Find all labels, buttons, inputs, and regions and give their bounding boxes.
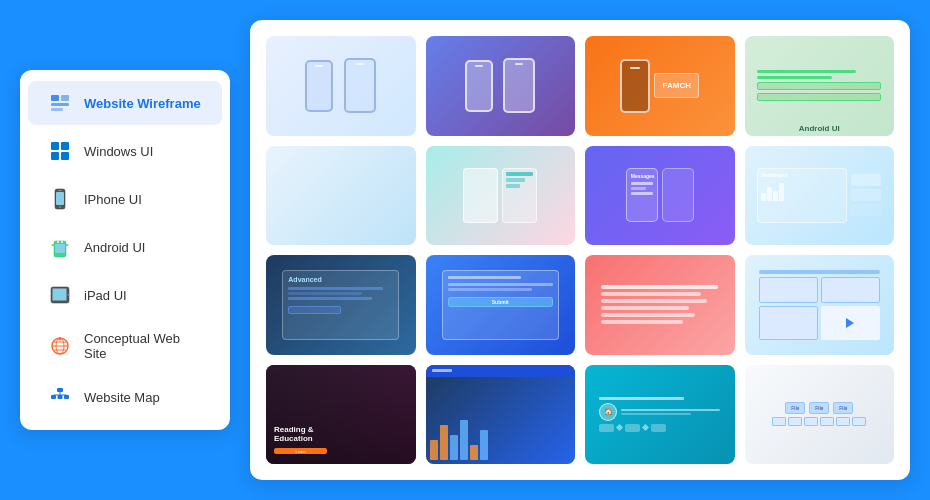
- grid-card-8[interactable]: Dashboard: [745, 146, 895, 246]
- sidebar-item-windows-ui[interactable]: Windows UI: [28, 129, 222, 173]
- svg-point-26: [59, 338, 62, 341]
- grid-card-5[interactable]: [266, 146, 416, 246]
- grid-card-3[interactable]: FAMCH: [585, 36, 735, 136]
- iphone-icon: [48, 187, 72, 211]
- sidebar-item-iphone-ui[interactable]: IPhone UI: [28, 177, 222, 221]
- sidebar-item-android-ui[interactable]: Android UI: [28, 225, 222, 269]
- sidebar: Website Wireframe Windows UI IPhone UI: [20, 70, 230, 430]
- sidebar-item-label: Windows UI: [84, 144, 153, 159]
- svg-rect-5: [61, 142, 69, 150]
- wireframe-icon: [48, 91, 72, 115]
- web-icon: [48, 334, 72, 358]
- svg-point-10: [59, 206, 61, 208]
- grid-card-12[interactable]: [745, 255, 895, 355]
- svg-rect-2: [51, 103, 69, 106]
- svg-rect-19: [53, 289, 67, 301]
- svg-point-14: [57, 241, 59, 243]
- grid-card-1[interactable]: [266, 36, 416, 136]
- sidebar-item-label: Conceptual Web Site: [84, 331, 202, 361]
- svg-rect-1: [61, 95, 69, 101]
- android-icon: [48, 235, 72, 259]
- grid-card-13[interactable]: Reading &Education Learn: [266, 365, 416, 465]
- svg-rect-3: [51, 108, 63, 111]
- svg-rect-0: [51, 95, 59, 101]
- svg-point-15: [61, 241, 63, 243]
- main-content: FAMCH Android UI: [250, 20, 910, 480]
- grid-card-14[interactable]: [426, 365, 576, 465]
- template-grid: FAMCH Android UI: [266, 36, 894, 464]
- windows-icon: [48, 139, 72, 163]
- sidebar-item-label: Android UI: [84, 240, 145, 255]
- sidebar-item-website-map[interactable]: Website Map: [28, 375, 222, 419]
- sidebar-item-label: Website Wireframe: [84, 96, 201, 111]
- svg-rect-13: [55, 244, 65, 253]
- svg-point-20: [68, 294, 70, 296]
- grid-card-16[interactable]: File File File: [745, 365, 895, 465]
- sidebar-item-label: Website Map: [84, 390, 160, 405]
- grid-card-2[interactable]: [426, 36, 576, 136]
- grid-card-15[interactable]: 🏠: [585, 365, 735, 465]
- card-4-label: Android UI: [745, 124, 895, 133]
- svg-rect-28: [51, 395, 56, 399]
- svg-rect-7: [61, 152, 69, 160]
- sitemap-icon: [48, 385, 72, 409]
- sidebar-item-ipad-ui[interactable]: iPad UI: [28, 273, 222, 317]
- svg-rect-30: [64, 395, 69, 399]
- svg-rect-29: [58, 395, 63, 399]
- sidebar-item-label: IPhone UI: [84, 192, 142, 207]
- ipad-icon: [48, 283, 72, 307]
- svg-rect-6: [51, 152, 59, 160]
- grid-card-7[interactable]: Messages: [585, 146, 735, 246]
- grid-card-11[interactable]: [585, 255, 735, 355]
- svg-rect-11: [58, 190, 62, 191]
- card-9-label: Advanced: [288, 276, 393, 283]
- sidebar-item-website-wireframe[interactable]: Website Wireframe: [28, 81, 222, 125]
- sidebar-item-conceptual-web[interactable]: Conceptual Web Site: [28, 321, 222, 371]
- sidebar-item-label: iPad UI: [84, 288, 127, 303]
- grid-card-4[interactable]: Android UI: [745, 36, 895, 136]
- grid-card-9[interactable]: Advanced: [266, 255, 416, 355]
- grid-card-6[interactable]: [426, 146, 576, 246]
- svg-rect-9: [56, 192, 64, 205]
- svg-rect-27: [57, 388, 63, 392]
- grid-card-10[interactable]: Submit: [426, 255, 576, 355]
- svg-rect-4: [51, 142, 59, 150]
